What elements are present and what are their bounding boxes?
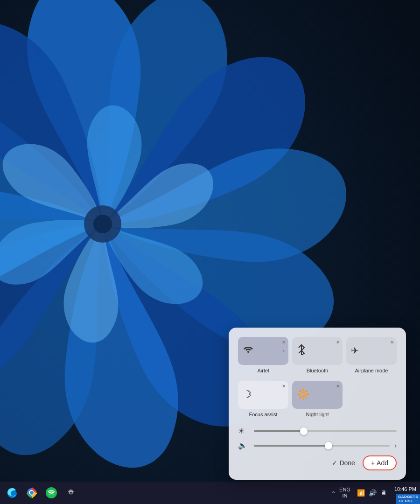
quick-tiles-row2: ✕ ☽ Focus assist ✕ 🔆 Night light (238, 381, 397, 417)
nightlight-icon: 🔆 (297, 388, 309, 400)
taskbar: ^ ENG IN 📶 🔊 🖥 10:46 PM 10-07-21 (0, 482, 420, 504)
svg-point-3 (247, 351, 249, 353)
svg-point-9 (46, 487, 57, 498)
chrome-icon[interactable] (23, 484, 40, 501)
done-check-icon: ✓ (332, 459, 337, 467)
bluetooth-icon (297, 344, 306, 357)
empty-slot (346, 381, 397, 417)
language-indicator[interactable]: ENG IN (336, 487, 353, 499)
svg-point-2 (93, 215, 112, 233)
watermark: GADGETSTO USE (396, 494, 420, 504)
brightness-slider-row: ☀ (238, 427, 397, 435)
add-label: Add (377, 459, 388, 467)
system-tray-expand-icon[interactable]: ^ (330, 489, 336, 497)
system-tray-icons: 📶 🔊 🖥 (353, 489, 391, 497)
settings-taskbar-icon[interactable] (63, 484, 79, 501)
edge-icon[interactable] (4, 484, 21, 501)
wifi-tile[interactable]: ✕ › › (238, 337, 288, 365)
volume-icon: 🔈 (238, 441, 249, 450)
pin-icon-ap: ✕ (390, 340, 394, 345)
brightness-fill (254, 430, 304, 432)
focus-tile-wrapper: ✕ ☽ Focus assist (238, 381, 288, 417)
svg-text:›: › (251, 347, 252, 351)
watermark-text: GADGETSTO USE (396, 494, 420, 504)
wifi-icon: › (243, 345, 254, 357)
airplane-tile[interactable]: ✕ ✈ (346, 337, 397, 365)
pin-icon-bt: ✕ (336, 340, 340, 345)
desktop: ✕ › › Airtel ✕ (0, 0, 420, 504)
nightlight-tile-wrapper: ✕ 🔆 Night light (292, 381, 343, 417)
wifi-arrow-icon: › (283, 348, 285, 354)
add-plus-icon: + (371, 459, 375, 467)
nightlight-label: Night light (292, 412, 343, 417)
add-button[interactable]: + Add (363, 455, 397, 470)
volume-slider-row: 🔈 › (238, 441, 397, 450)
bluetooth-tile[interactable]: ✕ (292, 337, 343, 365)
volume-expand-icon[interactable]: › (394, 442, 397, 449)
bluetooth-label: Bluetooth (292, 368, 343, 373)
focus-label: Focus assist (238, 412, 288, 417)
done-button[interactable]: ✓ Done (332, 459, 355, 467)
wifi-label: Airtel (238, 368, 288, 373)
brightness-thumb[interactable] (300, 427, 308, 435)
quick-settings-panel: ✕ › › Airtel ✕ (229, 328, 406, 480)
spotify-icon[interactable] (43, 484, 60, 501)
volume-tray-icon[interactable]: 🔊 (369, 489, 377, 497)
quick-tiles-row1: ✕ › › Airtel ✕ (238, 337, 397, 373)
taskbar-left (4, 484, 79, 501)
bluetooth-tile-wrapper: ✕ Bluetooth (292, 337, 343, 373)
pin-icon-fa: ✕ (282, 384, 286, 389)
pin-icon: ✕ (282, 340, 286, 345)
language-text: ENG (339, 487, 350, 493)
focus-tile[interactable]: ✕ ☽ (238, 381, 288, 409)
brightness-track[interactable] (254, 430, 397, 432)
wifi-tray-icon[interactable]: 📶 (357, 489, 365, 497)
focus-icon: ☽ (243, 388, 252, 400)
nightlight-tile[interactable]: ✕ 🔆 (292, 381, 343, 409)
pin-icon-nl: ✕ (336, 384, 340, 389)
volume-thumb[interactable] (325, 442, 332, 449)
done-label: Done (339, 459, 355, 467)
time-display: 10:46 PM (394, 486, 416, 493)
svg-point-8 (30, 491, 34, 495)
airplane-tile-wrapper: ✕ ✈ Airplane mode (346, 337, 397, 373)
airplane-icon: ✈ (351, 345, 359, 356)
display-tray-icon[interactable]: 🖥 (380, 489, 387, 497)
brightness-icon: ☀ (238, 427, 249, 435)
quick-settings-bottom: ✓ Done + Add (238, 455, 397, 470)
svg-point-11 (70, 492, 72, 494)
volume-track[interactable] (254, 445, 390, 447)
region-text: IN (339, 493, 350, 499)
airplane-label: Airplane mode (346, 368, 397, 373)
quick-tiles-row1: ✕ › › Airtel (238, 337, 288, 373)
volume-fill (254, 445, 329, 447)
